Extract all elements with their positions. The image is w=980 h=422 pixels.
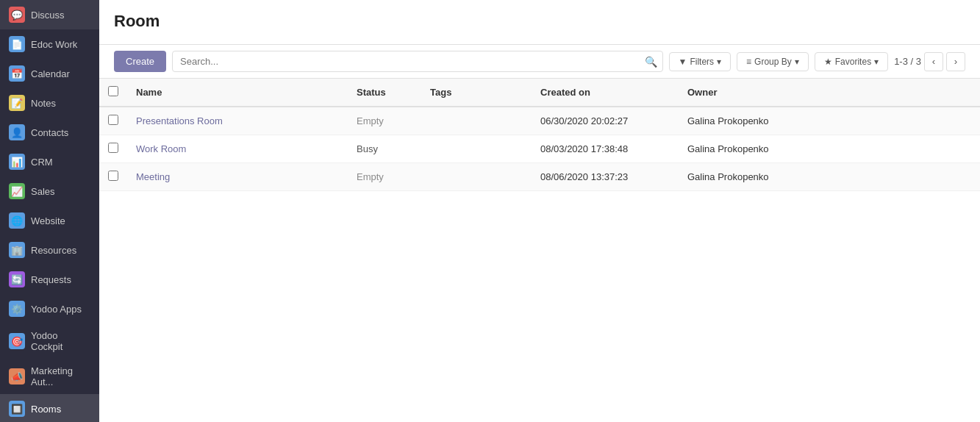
sidebar-label-crm: CRM [31, 157, 53, 168]
sidebar-label-requests: Requests [31, 274, 71, 285]
page-title: Room [114, 12, 965, 31]
row-tags [421, 135, 532, 163]
sidebar-item-website[interactable]: 🌐 Website [0, 206, 99, 235]
pagination: 1-3 / 3 ‹ › [894, 52, 965, 71]
row-status: Busy [348, 135, 421, 163]
sidebar-label-yodoo-cockpit: Yodoo Cockpit [31, 330, 90, 352]
table-header: Name Status Tags Created on Owner [99, 79, 980, 107]
search-icon: 🔍 [645, 56, 657, 68]
row-name: Work Room [127, 135, 348, 163]
search-bar: 🔍 [172, 51, 662, 72]
sidebar-item-yodoo-cockpit[interactable]: 🎯 Yodoo Cockpit [0, 323, 99, 359]
sidebar-label-resources: Resources [31, 245, 76, 256]
sidebar-icon-yodoo-apps: ⚙️ [9, 301, 25, 317]
sidebar-icon-resources: 🏢 [9, 242, 25, 258]
sidebar-item-contacts[interactable]: 👤 Contacts [0, 118, 99, 147]
favorites-button[interactable]: ★ Favorites ▾ [815, 52, 888, 71]
sidebar-icon-contacts: 👤 [9, 124, 25, 140]
sidebar-icon-notes: 📝 [9, 95, 25, 111]
row-created-on: 06/30/2020 20:02:27 [532, 107, 679, 135]
row-name: Presentations Room [127, 107, 348, 135]
sidebar-item-marketing-aut[interactable]: 📣 Marketing Aut... [0, 359, 99, 394]
room-name-link[interactable]: Work Room [136, 143, 186, 154]
sidebar-icon-discuss: 💬 [9, 7, 25, 23]
row-created-on: 08/03/2020 17:38:48 [532, 135, 679, 163]
row-name: Meeting [127, 163, 348, 191]
row-created-on: 08/06/2020 13:37:23 [532, 163, 679, 191]
row-owner: Galina Prokopenko [679, 107, 980, 135]
sidebar-icon-website: 🌐 [9, 212, 25, 229]
row-status: Empty [348, 163, 421, 191]
sidebar-label-edoc-work: Edoc Work [31, 39, 77, 50]
sidebar-icon-crm: 📊 [9, 154, 25, 170]
table-body: Presentations Room Empty 06/30/2020 20:0… [99, 107, 980, 191]
group-by-button[interactable]: ≡ Group By ▾ [737, 52, 809, 71]
sidebar-label-sales: Sales [31, 186, 55, 197]
pagination-next-button[interactable]: › [946, 52, 965, 71]
row-checkbox-0[interactable] [108, 115, 118, 125]
col-header-owner: Owner [679, 79, 980, 107]
table-container: Name Status Tags Created on Owner Presen… [99, 79, 980, 422]
sidebar-label-calendar: Calendar [31, 68, 70, 79]
main-content: Room Create 🔍 ▼ Filters ▾ ≡ Group By ▾ ★… [99, 0, 980, 422]
sidebar-icon-marketing-aut: 📣 [9, 368, 25, 385]
sidebar-label-yodoo-apps: Yodoo Apps [31, 304, 82, 315]
row-tags [421, 107, 532, 135]
pagination-text: 1-3 / 3 [894, 56, 921, 67]
sidebar-item-yodoo-apps[interactable]: ⚙️ Yodoo Apps [0, 294, 99, 323]
col-select-all [99, 79, 127, 107]
col-header-created: Created on [532, 79, 679, 107]
table-row: Work Room Busy 08/03/2020 17:38:48 Galin… [99, 135, 980, 163]
favorites-chevron-icon: ▾ [874, 57, 879, 67]
room-name-link[interactable]: Meeting [136, 171, 170, 182]
sidebar-label-rooms: Rooms [31, 404, 61, 415]
table-row: Meeting Empty 08/06/2020 13:37:23 Galina… [99, 163, 980, 191]
sidebar-icon-requests: 🔄 [9, 271, 25, 287]
row-checkbox-cell [99, 163, 127, 191]
row-checkbox-2[interactable] [108, 171, 118, 181]
row-checkbox-cell [99, 107, 127, 135]
sidebar-icon-yodoo-cockpit: 🎯 [9, 333, 25, 349]
sidebar-label-discuss: Discuss [31, 10, 65, 21]
rooms-table: Name Status Tags Created on Owner Presen… [99, 79, 980, 191]
sidebar: 💬 Discuss 📄 Edoc Work 📅 Calendar 📝 Notes… [0, 0, 99, 422]
select-all-checkbox[interactable] [108, 86, 118, 96]
page-header: Room [99, 0, 980, 45]
sidebar-item-crm[interactable]: 📊 CRM [0, 147, 99, 176]
room-name-link[interactable]: Presentations Room [136, 115, 223, 126]
sidebar-item-requests[interactable]: 🔄 Requests [0, 265, 99, 294]
sidebar-label-notes: Notes [31, 98, 56, 109]
sidebar-icon-calendar: 📅 [9, 65, 25, 82]
sidebar-icon-sales: 📈 [9, 183, 25, 199]
sidebar-item-discuss[interactable]: 💬 Discuss [0, 0, 99, 29]
filters-chevron-icon: ▾ [717, 57, 721, 67]
groupby-icon: ≡ [746, 57, 751, 67]
filters-button[interactable]: ▼ Filters ▾ [669, 52, 732, 71]
sidebar-label-website: Website [31, 215, 65, 226]
star-icon: ★ [824, 57, 832, 67]
sidebar-label-marketing-aut: Marketing Aut... [31, 365, 90, 387]
sidebar-item-resources[interactable]: 🏢 Resources [0, 235, 99, 265]
sidebar-icon-edoc-work: 📄 [9, 36, 25, 52]
col-header-tags: Tags [421, 79, 532, 107]
sidebar-item-calendar[interactable]: 📅 Calendar [0, 59, 99, 88]
col-header-name: Name [127, 79, 348, 107]
search-input[interactable] [172, 51, 662, 72]
filter-icon: ▼ [679, 57, 687, 67]
row-checkbox-1[interactable] [108, 143, 118, 153]
row-owner: Galina Prokopenko [679, 163, 980, 191]
groupby-chevron-icon: ▾ [795, 57, 799, 67]
row-tags [421, 163, 532, 191]
pagination-prev-button[interactable]: ‹ [924, 52, 943, 71]
col-header-status: Status [348, 79, 421, 107]
sidebar-icon-rooms: 🔲 [9, 401, 25, 417]
sidebar-item-notes[interactable]: 📝 Notes [0, 88, 99, 118]
sidebar-label-contacts: Contacts [31, 127, 68, 138]
sidebar-item-edoc-work[interactable]: 📄 Edoc Work [0, 29, 99, 59]
table-row: Presentations Room Empty 06/30/2020 20:0… [99, 107, 980, 135]
create-button[interactable]: Create [114, 51, 166, 72]
sidebar-item-sales[interactable]: 📈 Sales [0, 176, 99, 206]
row-checkbox-cell [99, 135, 127, 163]
sidebar-item-rooms[interactable]: 🔲 Rooms [0, 394, 99, 422]
row-owner: Galina Prokopenko [679, 135, 980, 163]
